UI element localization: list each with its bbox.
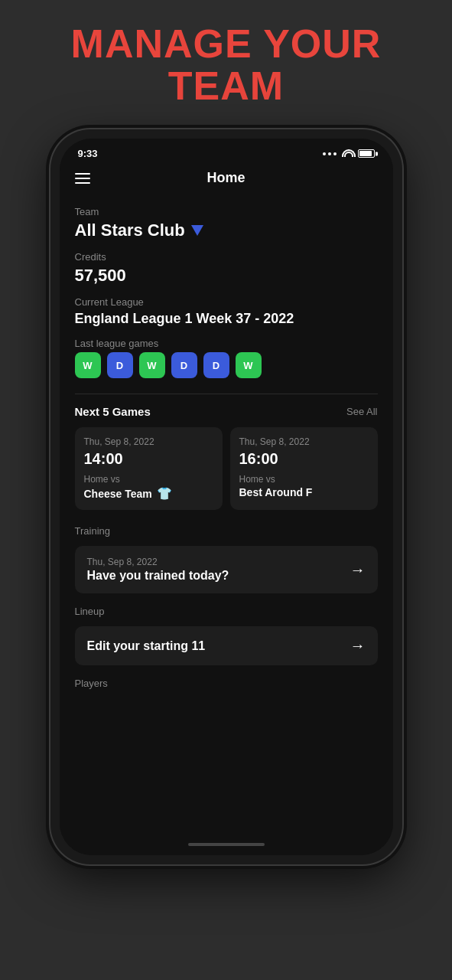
signal-icon (323, 152, 337, 155)
jersey-icon-1: 👕 (157, 486, 172, 501)
credits-label: Credits (75, 251, 378, 263)
game-card-2-venue: Home vs (239, 474, 369, 485)
next-games-header: Next 5 Games See All (75, 405, 378, 418)
training-label: Training (75, 525, 378, 537)
lineup-card[interactable]: Edit your starting 11 → (75, 626, 378, 665)
see-all-button[interactable]: See All (346, 406, 377, 417)
credits-value: 57,500 (75, 266, 378, 286)
game-result-4: D (171, 352, 197, 378)
game-result-1: W (75, 352, 101, 378)
home-indicator-bar (188, 843, 265, 846)
status-bar: 9:33 (60, 139, 393, 162)
game-card-1-team: Cheese Team 👕 (84, 486, 213, 501)
game-card-1-team-name: Cheese Team (84, 488, 152, 500)
home-indicator (60, 834, 393, 855)
last-games-row: W D W D D W (75, 352, 378, 378)
game-card-2-time: 16:00 (239, 450, 369, 468)
lineup-section: Lineup Edit your starting 11 → (75, 606, 378, 665)
game-card-2[interactable]: Thu, Sep 8, 2022 16:00 Home vs Best Arou… (230, 427, 378, 510)
lineup-label: Lineup (75, 606, 378, 617)
phone-shell: 9:33 Home Team All Stars Club (50, 129, 402, 864)
page-title: MANAGE YOUR TEAM (71, 23, 382, 106)
training-prompt: Have you trained today? (87, 569, 229, 583)
training-card[interactable]: Thu, Sep 8, 2022 Have you trained today?… (75, 546, 378, 593)
app-content: Team All Stars Club Credits 57,500 Curre… (60, 194, 393, 834)
battery-icon (358, 149, 375, 158)
nav-title: Home (206, 170, 245, 186)
menu-button[interactable] (75, 173, 90, 184)
game-card-1-venue: Home vs (84, 474, 213, 485)
team-name: All Stars Club (75, 220, 185, 240)
game-card-1-date: Thu, Sep 8, 2022 (84, 436, 213, 447)
team-name-row: All Stars Club (75, 220, 378, 240)
training-date: Thu, Sep 8, 2022 (87, 557, 229, 567)
lineup-arrow-icon: → (350, 637, 366, 655)
league-label: Current League (75, 296, 378, 308)
next-games-title: Next 5 Games (75, 405, 151, 418)
game-result-6: W (236, 352, 262, 378)
training-card-content: Thu, Sep 8, 2022 Have you trained today? (87, 557, 229, 583)
game-result-3: W (139, 352, 165, 378)
game-card-1-time: 14:00 (84, 450, 213, 468)
team-badge-icon (191, 225, 203, 236)
game-result-5: D (203, 352, 229, 378)
nav-bar: Home (60, 162, 393, 194)
players-label: Players (75, 678, 378, 689)
screen: 9:33 Home Team All Stars Club (60, 139, 393, 855)
league-name: England League 1 Week 37 - 2022 (75, 311, 378, 327)
status-icons (323, 149, 375, 158)
lineup-card-content: Edit your starting 11 (87, 639, 206, 653)
last-games-label: Last league games (75, 338, 378, 349)
game-cards-row: Thu, Sep 8, 2022 14:00 Home vs Cheese Te… (75, 427, 378, 510)
game-card-2-team-name: Best Around F (239, 486, 313, 498)
divider-1 (75, 394, 378, 394)
game-card-2-date: Thu, Sep 8, 2022 (239, 436, 369, 447)
game-card-1[interactable]: Thu, Sep 8, 2022 14:00 Home vs Cheese Te… (75, 427, 223, 510)
training-section: Training Thu, Sep 8, 2022 Have you train… (75, 525, 378, 593)
game-card-2-team: Best Around F (239, 486, 369, 498)
status-time: 9:33 (78, 148, 98, 159)
training-arrow-icon: → (350, 561, 366, 579)
game-result-2: D (107, 352, 133, 378)
wifi-icon (341, 149, 353, 158)
lineup-cta: Edit your starting 11 (87, 639, 206, 653)
team-label: Team (75, 206, 378, 217)
